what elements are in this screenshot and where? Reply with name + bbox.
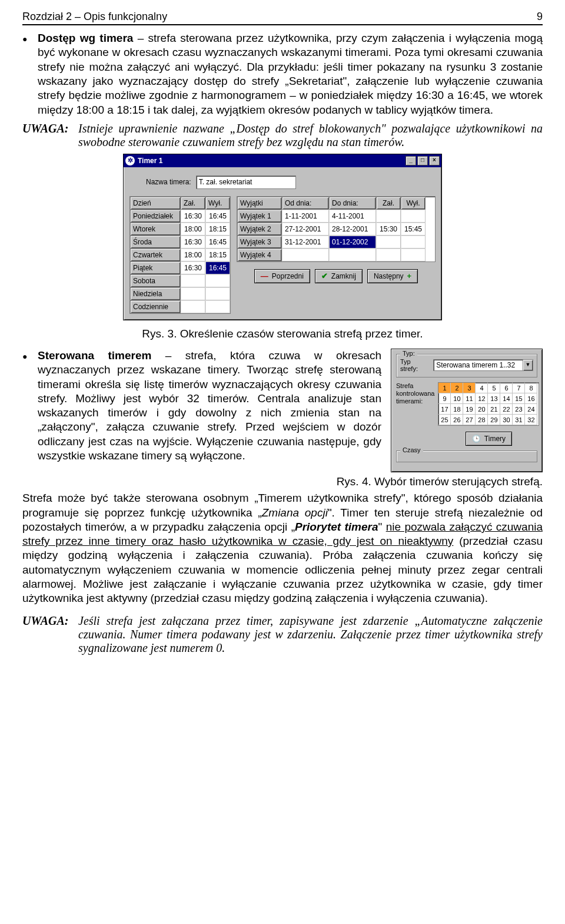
exc-on[interactable]	[376, 236, 401, 249]
exc-to[interactable]: 28-12-2001	[329, 223, 376, 236]
table-row[interactable]: Czwartek18:0018:15	[130, 249, 230, 261]
exc-on[interactable]	[376, 210, 401, 223]
timer-cell-26[interactable]: 26	[451, 415, 463, 425]
exc-off[interactable]	[401, 236, 426, 249]
exc-from[interactable]: 27-12-2001	[282, 223, 329, 236]
timer-cell-8[interactable]: 8	[525, 383, 537, 393]
close-button[interactable]: ×	[429, 156, 440, 165]
day-off[interactable]: 16:45	[205, 261, 230, 274]
day-on[interactable]: 18:00	[181, 249, 205, 261]
timer-cell-5[interactable]: 5	[488, 383, 500, 393]
bullet-sterowana: ● Sterowana timerem – strefa, która czuw…	[22, 349, 381, 463]
timer-cell-2[interactable]: 2	[451, 383, 463, 393]
timer-cell-1[interactable]: 1	[438, 383, 451, 393]
exc-from[interactable]: 31-12-2001	[282, 236, 329, 249]
header-page-number: 9	[537, 11, 543, 23]
timer-cell-30[interactable]: 30	[500, 415, 513, 425]
timer-icon: ✲	[125, 156, 135, 165]
plus-icon: +	[407, 272, 412, 280]
timer-cell-9[interactable]: 9	[438, 393, 451, 404]
day-name: Poniedziałek	[130, 210, 181, 223]
table-row[interactable]: Wtorek18:0018:15	[130, 223, 230, 236]
timer-name-input[interactable]: T. zał. sekretariat	[196, 175, 296, 189]
prev-button[interactable]: — Poprzedni	[254, 269, 310, 283]
day-off[interactable]: 18:15	[205, 249, 230, 261]
maximize-button[interactable]: □	[417, 156, 428, 165]
table-row[interactable]: Piątek16:3016:45	[130, 261, 230, 274]
exc-to[interactable]: 4-11-2001	[329, 210, 376, 223]
day-off[interactable]: 18:15	[205, 223, 230, 236]
exc-from[interactable]: 1-11-2001	[282, 210, 329, 223]
table-row[interactable]: Wyjątek 331-12-200101-12-2002	[237, 236, 435, 249]
timer-cell-32[interactable]: 32	[525, 415, 537, 425]
timer-cell-3[interactable]: 3	[463, 383, 476, 393]
timer-cell-23[interactable]: 23	[513, 404, 525, 415]
day-on[interactable]: 16:30	[181, 236, 205, 249]
timer-cell-29[interactable]: 29	[488, 415, 500, 425]
exc-from[interactable]	[282, 249, 329, 261]
col-on: Zał.	[181, 197, 205, 210]
day-off[interactable]	[205, 287, 230, 300]
czasy-legend: Czasy	[400, 446, 423, 453]
exc-to[interactable]	[329, 249, 376, 261]
table-row[interactable]: Środa16:3016:45	[130, 236, 230, 249]
day-on[interactable]: 16:30	[181, 210, 205, 223]
table-row[interactable]: Sobota	[130, 274, 230, 287]
exc-off[interactable]	[401, 249, 426, 261]
timer-cell-24[interactable]: 24	[525, 404, 537, 415]
day-off[interactable]	[205, 300, 230, 313]
timer-cell-19[interactable]: 19	[463, 404, 476, 415]
table-row[interactable]: Codziennie	[130, 300, 230, 313]
timer-cell-17[interactable]: 17	[438, 404, 451, 415]
table-row[interactable]: Niedziela	[130, 287, 230, 300]
day-on[interactable]: 16:30	[181, 261, 205, 274]
day-on[interactable]	[181, 300, 205, 313]
timer-cell-12[interactable]: 12	[476, 393, 488, 404]
exc-off[interactable]	[401, 210, 426, 223]
minimize-button[interactable]: _	[406, 156, 416, 165]
day-off[interactable]: 16:45	[205, 210, 230, 223]
timer-cell-31[interactable]: 31	[513, 415, 525, 425]
timer-cell-20[interactable]: 20	[476, 404, 488, 415]
timer-cell-21[interactable]: 21	[488, 404, 500, 415]
timer-cell-22[interactable]: 22	[500, 404, 513, 415]
day-name: Czwartek	[130, 249, 181, 261]
timery-button[interactable]: 🕒 Timery	[466, 432, 512, 446]
day-on[interactable]	[181, 274, 205, 287]
day-off[interactable]: 16:45	[205, 236, 230, 249]
timer-cell-10[interactable]: 10	[451, 393, 463, 404]
timer-cell-15[interactable]: 15	[513, 393, 525, 404]
timer-cell-16[interactable]: 16	[525, 393, 537, 404]
day-off[interactable]	[205, 274, 230, 287]
table-row[interactable]: Wyjątek 227-12-200128-12-200115:3015:45	[237, 223, 435, 236]
next-button[interactable]: Następny +	[367, 269, 418, 283]
day-on[interactable]	[181, 287, 205, 300]
exc-off[interactable]: 15:45	[401, 223, 426, 236]
clock-icon: 🕒	[472, 435, 481, 443]
timer-cell-7[interactable]: 7	[513, 383, 525, 393]
timer-cell-18[interactable]: 18	[451, 404, 463, 415]
table-row[interactable]: Wyjątek 11-11-20014-11-2001	[237, 210, 435, 223]
table-row[interactable]: Poniedziałek16:3016:45	[130, 210, 230, 223]
close-dialog-button[interactable]: ✔ Zamknij	[315, 269, 363, 283]
col-exc-off: Wył.	[401, 197, 426, 210]
zone-type-panel: Typ: Typ strefy: Sterowana timerem 1..32…	[391, 349, 543, 472]
exc-on[interactable]: 15:30	[376, 223, 401, 236]
titlebar[interactable]: ✲ Timer 1 _ □ ×	[124, 154, 441, 167]
timer-cell-27[interactable]: 27	[463, 415, 476, 425]
timer-cell-6[interactable]: 6	[500, 383, 513, 393]
timer-cell-4[interactable]: 4	[476, 383, 488, 393]
timer-cell-11[interactable]: 11	[463, 393, 476, 404]
timer-cell-25[interactable]: 25	[438, 415, 451, 425]
timer-cell-14[interactable]: 14	[500, 393, 513, 404]
chevron-down-icon[interactable]: ▼	[523, 360, 533, 370]
exc-on[interactable]	[376, 249, 401, 261]
timer-cell-13[interactable]: 13	[488, 393, 500, 404]
day-on[interactable]: 18:00	[181, 223, 205, 236]
zone-type-combo[interactable]: Sterowana timerem 1..32 ▼	[433, 359, 533, 371]
table-row[interactable]: Wyjątek 4	[237, 249, 435, 261]
col-exc: Wyjątki	[237, 197, 282, 210]
timer-number-grid[interactable]: 1234567891011121314151617181920212223242…	[438, 382, 539, 426]
exc-to[interactable]: 01-12-2002	[329, 236, 376, 249]
timer-cell-28[interactable]: 28	[476, 415, 488, 425]
